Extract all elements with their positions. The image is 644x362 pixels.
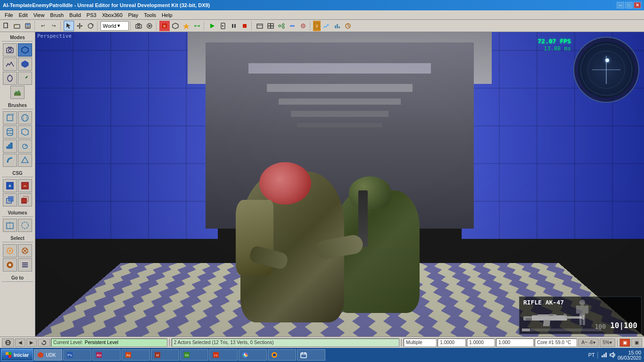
tray-lang[interactable]: PT: [588, 352, 595, 358]
tb-kismet[interactable]: [276, 21, 287, 31]
brush-sheet[interactable]: [18, 125, 32, 139]
tb-scene-manager[interactable]: [265, 21, 276, 31]
status-aa-dropdown[interactable]: A~ -6 ▾: [578, 338, 598, 347]
status-zoom-dropdown[interactable]: 5% ▾: [600, 338, 615, 347]
tb-build-all[interactable]: B: [159, 21, 170, 31]
taskbar-udk[interactable]: UDK: [34, 349, 62, 361]
menu-play[interactable]: Play: [125, 11, 141, 19]
volume-icon: [609, 352, 616, 358]
status-extra[interactable]: ▣: [631, 338, 642, 347]
taskbar-calendar[interactable]: [297, 349, 325, 361]
menu-ps3[interactable]: PS3: [84, 11, 99, 19]
tb-settings-lighting[interactable]: !: [313, 21, 321, 31]
brush-cylinder[interactable]: [3, 125, 17, 139]
menu-file[interactable]: File: [2, 11, 16, 19]
taskbar-app-4[interactable]: Id: [151, 349, 179, 361]
tb-rotate-tool[interactable]: [85, 21, 96, 31]
tb-perfstats[interactable]: [321, 21, 331, 31]
menu-brush[interactable]: Brush: [47, 11, 66, 19]
status-nav-prev[interactable]: ◀: [15, 338, 25, 347]
close-button[interactable]: ✕: [634, 2, 641, 8]
brush-sphere[interactable]: [18, 111, 32, 124]
tb-content-browser[interactable]: [255, 21, 265, 31]
select-none[interactable]: [18, 244, 32, 257]
status-nav-refresh[interactable]: [38, 338, 50, 347]
tb-save[interactable]: [23, 21, 33, 31]
menu-view[interactable]: View: [31, 11, 48, 19]
tb-move-tool[interactable]: [74, 21, 85, 31]
tb-pause[interactable]: [229, 21, 239, 31]
char-silhouette: [570, 298, 594, 331]
csg-subtract[interactable]: −: [18, 179, 32, 192]
mode-mesh-paint[interactable]: [18, 58, 32, 71]
viewport[interactable]: Perspective 72.07 FPS 13.88 ms RIFLE AK-…: [35, 32, 644, 337]
tb-undo[interactable]: ↩: [38, 21, 48, 31]
menu-edit[interactable]: Edit: [16, 11, 31, 19]
mode-decorate[interactable]: [3, 72, 17, 85]
tb-gamestats[interactable]: [332, 21, 342, 31]
brush-spiral[interactable]: [18, 140, 32, 153]
taskbar-app-2[interactable]: An: [92, 349, 121, 361]
minimize-button[interactable]: ─: [617, 2, 624, 8]
tb-select-tool[interactable]: [64, 21, 74, 31]
brush-cube[interactable]: [3, 111, 17, 124]
tb-build-lighting[interactable]: [181, 21, 191, 31]
csg-add[interactable]: +: [3, 179, 17, 192]
svg-point-39: [282, 26, 284, 28]
value-field-1[interactable]: 1.0000: [438, 338, 466, 347]
svg-point-79: [22, 222, 28, 229]
tb-sentinel[interactable]: [343, 21, 353, 31]
status-build-btn[interactable]: ▣: [619, 338, 630, 347]
tb-build-geometry[interactable]: [170, 21, 181, 31]
taskbar-firefox[interactable]: [268, 349, 296, 361]
tb-open[interactable]: [12, 21, 22, 31]
menu-tools[interactable]: Tools: [141, 11, 159, 19]
mode-camera[interactable]: [3, 43, 17, 57]
select-by-property[interactable]: [18, 258, 32, 272]
status-world-icon[interactable]: [2, 338, 14, 347]
tb-stop[interactable]: [239, 21, 250, 31]
mode-terrain[interactable]: [3, 58, 17, 71]
menu-xbox360[interactable]: Xbox360: [99, 11, 125, 19]
tb-matinee[interactable]: [287, 21, 297, 31]
volume-add[interactable]: [3, 219, 17, 232]
brush-curved-stair[interactable]: [3, 154, 17, 167]
mode-foliage[interactable]: [18, 72, 32, 85]
brush-staircase[interactable]: [3, 140, 17, 153]
mode-geometry[interactable]: [18, 43, 32, 57]
select-all-actors[interactable]: [3, 244, 17, 257]
tb-cascade[interactable]: [298, 21, 308, 31]
taskbar-app-3[interactable]: Ae: [122, 349, 150, 361]
svg-rect-129: [301, 353, 306, 358]
csg-intersect[interactable]: [3, 193, 17, 206]
taskbar-chrome[interactable]: [239, 349, 267, 361]
tb-redo[interactable]: ↪: [49, 21, 59, 31]
mode-landscape[interactable]: [10, 86, 25, 99]
tb-play-mobile[interactable]: [218, 21, 228, 31]
value-field-3[interactable]: 1.000: [496, 338, 534, 347]
taskbar-app-5[interactable]: Sb: [180, 349, 208, 361]
start-button[interactable]: Iniciar: [1, 349, 33, 361]
csg-deintersect[interactable]: [18, 193, 32, 206]
tb-play[interactable]: [207, 21, 217, 31]
tb-realtime[interactable]: [144, 21, 155, 31]
viewport-label: Perspective: [37, 33, 72, 39]
menu-help[interactable]: Help: [159, 11, 175, 19]
tb-camera[interactable]: [133, 21, 144, 31]
status-nav-next[interactable]: ▶: [26, 338, 37, 347]
menu-build[interactable]: Build: [66, 11, 83, 19]
select-invert[interactable]: [3, 258, 17, 272]
maximize-button[interactable]: □: [625, 2, 633, 8]
brush-terrain[interactable]: [18, 154, 32, 167]
svg-rect-100: [579, 305, 585, 316]
toolbar-sep-1: [34, 21, 36, 31]
volume-sphere[interactable]: [18, 219, 32, 232]
volumes-section-label: Volumes: [2, 209, 33, 217]
brushes-row-3: [2, 140, 33, 153]
value-field-2[interactable]: 1.0000: [467, 338, 495, 347]
taskbar-app-1[interactable]: Ps: [63, 349, 91, 361]
tb-new[interactable]: [1, 21, 11, 31]
world-coordinate-dropdown[interactable]: World ▾: [100, 21, 129, 31]
taskbar-filezilla[interactable]: FZ: [209, 349, 238, 361]
tb-build-paths[interactable]: [192, 21, 202, 31]
